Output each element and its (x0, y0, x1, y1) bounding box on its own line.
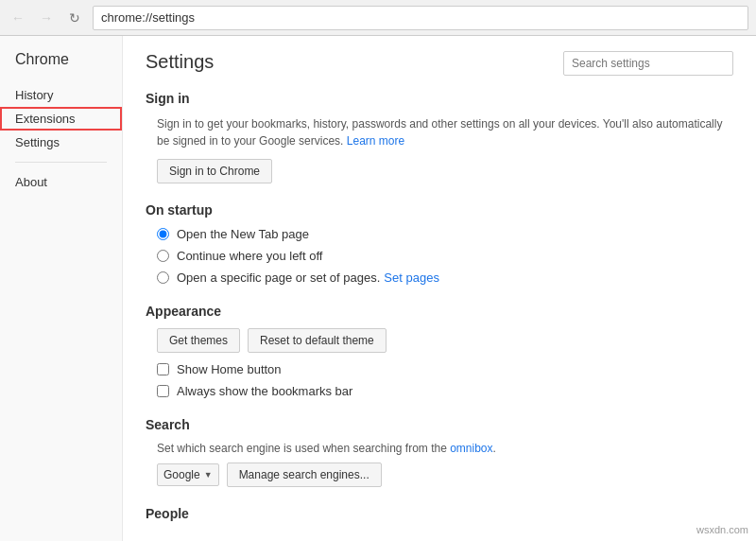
reset-theme-button[interactable]: Reset to default theme (248, 328, 387, 353)
section-appearance: Appearance Get themes Reset to default t… (146, 304, 733, 398)
watermark: wsxdn.com (696, 524, 748, 535)
startup-label-continue: Continue where you left off (177, 249, 322, 263)
section-people: People (146, 506, 733, 521)
search-settings-input[interactable] (563, 51, 733, 76)
sidebar-nav: History Extensions Settings About (0, 83, 122, 194)
manage-search-engines-button[interactable]: Manage search engines... (227, 462, 382, 487)
show-bookmarks-option: Always show the bookmarks bar (157, 384, 733, 398)
get-themes-button[interactable]: Get themes (157, 328, 240, 353)
signin-description: Sign in to get your bookmarks, history, … (157, 115, 733, 149)
startup-option-specific: Open a specific page or set of pages. Se… (157, 270, 733, 285)
show-home-button-label: Show Home button (177, 362, 282, 376)
section-signin: Sign in Sign in to get your bookmarks, h… (146, 91, 733, 183)
signin-button[interactable]: Sign in to Chrome (157, 159, 272, 183)
back-button[interactable]: ← (8, 8, 28, 28)
signin-body: Sign in to get your bookmarks, history, … (146, 115, 733, 183)
sidebar-item-extensions[interactable]: Extensions (0, 107, 122, 131)
select-arrow-icon: ▼ (204, 470, 213, 480)
search-engine-select[interactable]: Google ▼ (157, 463, 219, 486)
signin-title: Sign in (146, 91, 733, 106)
learn-more-link[interactable]: Learn more (347, 134, 404, 148)
sidebar-item-about[interactable]: About (0, 170, 122, 194)
search-engine-value: Google (163, 468, 200, 481)
sidebar-item-settings[interactable]: Settings (0, 131, 122, 154)
startup-radio-specific[interactable] (157, 271, 169, 284)
people-title: People (146, 506, 733, 521)
startup-radio-continue[interactable] (157, 250, 169, 262)
forward-button[interactable]: → (36, 8, 57, 28)
show-bookmarks-label: Always show the bookmarks bar (177, 384, 352, 398)
startup-option-newtab: Open the New Tab page (157, 227, 733, 241)
sidebar-item-history[interactable]: History (0, 83, 122, 107)
startup-label-specific: Open a specific page or set of pages. (177, 270, 380, 285)
sidebar-title: Chrome (0, 51, 122, 83)
address-bar[interactable] (93, 6, 748, 30)
main-layout: Chrome History Extensions Settings About… (0, 36, 756, 541)
content-area: Settings Sign in Sign in to get your boo… (123, 36, 756, 541)
theme-buttons: Get themes Reset to default theme (157, 328, 733, 353)
browser-bar: ← → ↻ (0, 0, 756, 36)
reload-button[interactable]: ↻ (64, 8, 85, 28)
search-description: Set which search engine is used when sea… (157, 442, 733, 455)
appearance-body: Get themes Reset to default theme Show H… (146, 328, 733, 398)
show-home-button-checkbox[interactable] (157, 363, 169, 375)
startup-radio-newtab[interactable] (157, 228, 169, 240)
section-startup: On startup Open the New Tab page Continu… (146, 202, 733, 285)
sidebar-divider (15, 162, 107, 163)
startup-option-continue: Continue where you left off (157, 249, 733, 263)
set-pages-link[interactable]: Set pages (384, 270, 439, 285)
appearance-title: Appearance (146, 304, 733, 319)
page-title: Settings (146, 51, 214, 73)
search-engine-row: Google ▼ Manage search engines... (157, 462, 733, 487)
content-header: Settings (146, 51, 733, 76)
startup-body: Open the New Tab page Continue where you… (146, 227, 733, 285)
startup-title: On startup (146, 202, 733, 218)
show-home-button-option: Show Home button (157, 362, 733, 376)
show-bookmarks-checkbox[interactable] (157, 385, 169, 397)
startup-label-newtab: Open the New Tab page (177, 227, 309, 241)
omnibox-link[interactable]: omnibox (450, 442, 492, 455)
section-search: Search Set which search engine is used w… (146, 417, 733, 487)
sidebar: Chrome History Extensions Settings About (0, 36, 123, 541)
search-body: Set which search engine is used when sea… (146, 442, 733, 487)
search-title: Search (146, 417, 733, 432)
